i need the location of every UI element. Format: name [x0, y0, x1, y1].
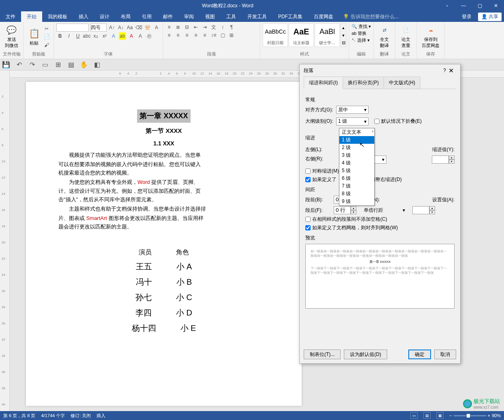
set-value-spinner[interactable]: ▴▾ [412, 206, 435, 214]
dropdown-option[interactable]: 3 级 [339, 151, 374, 159]
shading-icon[interactable]: ▢ [219, 32, 226, 39]
style-item[interactable]: AaBl硕士学… [315, 23, 340, 47]
copy-icon[interactable]: 📄 [43, 33, 50, 41]
tab-view[interactable]: 视图 [199, 11, 221, 22]
tab-layout[interactable]: 布局 [115, 11, 136, 22]
text-direction-icon[interactable]: 文 [210, 23, 217, 31]
dialog-help-button[interactable]: ? [443, 68, 446, 73]
char-border-icon[interactable]: A [153, 24, 160, 31]
dropdown-option[interactable]: 8 级 [339, 190, 374, 198]
underline-button[interactable]: U [74, 32, 81, 40]
qat-folder-icon[interactable]: ▭ [41, 61, 49, 68]
distribute-icon[interactable]: ≡ [201, 32, 208, 39]
paste-button[interactable]: 📋 粘贴 [26, 23, 42, 50]
read-mode-icon[interactable]: ▭ [410, 412, 418, 419]
align-right-icon[interactable]: ≡ [183, 32, 191, 39]
dropdown-option[interactable]: 2 级 [339, 144, 374, 151]
select-button[interactable]: ↖ 选择 ▾ [352, 37, 371, 43]
auto-adjust-checkbox[interactable] [305, 177, 311, 182]
set-default-button[interactable]: 设为默认值(D) [344, 350, 387, 359]
enclose-char-icon[interactable]: ㊕ [146, 32, 153, 40]
clear-format-icon[interactable]: ⌫ [135, 24, 142, 31]
superscript-button[interactable]: x² [101, 32, 108, 40]
zoom-out-button[interactable]: − [449, 413, 452, 418]
dropdown-option[interactable]: 4 级 [339, 159, 374, 167]
dropdown-option-selected[interactable]: 1 级 [339, 136, 374, 144]
tabs-button[interactable]: 制表位(T)... [304, 350, 341, 359]
ribbon-options-icon[interactable]: ▫ [439, 0, 455, 11]
char-shading-icon[interactable]: A [137, 32, 144, 40]
alignment-combo[interactable]: 居中▾ [336, 106, 369, 114]
tab-tools[interactable]: 工具 [221, 11, 242, 22]
tab-baidu[interactable]: 百度网盘 [308, 11, 339, 22]
styles-more-icon[interactable]: ⊟ [341, 39, 346, 47]
increase-indent-icon[interactable]: ⇥ [201, 23, 208, 31]
save-icon[interactable]: 💾 [2, 61, 10, 68]
numbering-icon[interactable]: ≣ [174, 23, 182, 31]
show-marks-icon[interactable]: ¶ [228, 23, 235, 31]
spin-down-icon[interactable]: ▾ [449, 160, 455, 164]
dialog-close-button[interactable]: ✕ [446, 67, 456, 75]
style-item[interactable]: AaBbCc封面日期 [263, 23, 288, 47]
dialog-tab-asian[interactable]: 中文版式(H) [384, 77, 420, 89]
styles-gallery[interactable]: AaBbCc封面日期 AaE论文标题 AaBl硕士学… ▴ ▾ ⊟ [263, 23, 346, 47]
qat-snap-icon[interactable]: ◧ [93, 61, 101, 68]
outline-level-dropdown[interactable]: 正文文本 1 级 2 级 3 级 4 级 5 级 6 级 7 级 8 级 9 级… [339, 128, 375, 206]
dialog-tab-indent[interactable]: 缩进和间距(I) [304, 77, 343, 89]
space-after-spinner[interactable]: ▴▾ [334, 206, 356, 214]
sort-icon[interactable]: ↕ [219, 23, 226, 31]
bold-button[interactable]: B [56, 32, 64, 40]
strikethrough-button[interactable]: abc [83, 32, 90, 40]
send-wechat-button[interactable]: 💬 发送 到微信 [2, 23, 21, 49]
word-count[interactable]: 4/1744 个字 [41, 413, 65, 419]
tab-templates[interactable]: 我的模板 [42, 11, 73, 22]
italic-button[interactable]: I [65, 32, 73, 40]
document-page[interactable]: 第一章 XXXXX 第一节 XXXX 1.1 XXX 视频提供了功能强大的方法帮… [26, 82, 302, 406]
zoom-slider[interactable] [454, 415, 486, 416]
no-space-checkbox[interactable] [305, 217, 311, 222]
style-item[interactable]: AaE论文标题 [289, 23, 314, 47]
tab-home[interactable]: 开始 [21, 11, 42, 22]
decrease-indent-icon[interactable]: ⇤ [192, 23, 199, 31]
web-layout-icon[interactable]: ▦ [436, 412, 444, 419]
tab-references[interactable]: 引用 [136, 11, 157, 22]
qat-hand-icon[interactable]: ✋ [80, 61, 88, 68]
spin-up-icon[interactable]: ▴ [449, 156, 455, 160]
tab-developer[interactable]: 开发工具 [242, 11, 272, 22]
print-layout-icon[interactable]: ▤ [423, 412, 431, 419]
multilevel-icon[interactable]: ⊟ [183, 23, 191, 31]
cancel-button[interactable]: 取消 [434, 350, 456, 359]
save-baidu-button[interactable]: ☁ 保存到 百度网盘 [419, 23, 442, 49]
tab-pdf[interactable]: PDF工具集 [272, 11, 308, 22]
text-effects-icon[interactable]: A [110, 32, 117, 40]
format-painter-icon[interactable]: 🖌 [43, 41, 50, 49]
login-button[interactable]: 登录 [458, 13, 476, 20]
phonetic-icon[interactable]: 變 [144, 24, 151, 31]
tab-review[interactable]: 审阅 [178, 11, 199, 22]
redo-icon[interactable]: ↷ [28, 61, 36, 68]
font-size-combo[interactable] [90, 23, 107, 32]
heading-1-selected[interactable]: 第一章 XXXXX [137, 109, 190, 123]
align-left-icon[interactable]: ≡ [165, 32, 173, 39]
line-spacing-icon[interactable]: ↕≡ [210, 32, 217, 39]
styles-up-icon[interactable]: ▴ [341, 24, 346, 32]
page-indicator[interactable]: 第 6 页，共 8 页 [3, 413, 35, 419]
zoom-in-button[interactable]: + [488, 413, 490, 418]
find-button[interactable]: 🔍 查找 ▾ [352, 23, 371, 30]
tab-design[interactable]: 设计 [94, 11, 115, 22]
vertical-ruler[interactable]: 24 68 1012 1416 1820 2224 2628 3032 3436… [0, 70, 10, 411]
subscript-button[interactable]: x₂ [92, 32, 99, 40]
shrink-font-icon[interactable]: A↓ [117, 24, 124, 31]
close-window-button[interactable]: ✕ [488, 0, 504, 11]
highlight-icon[interactable]: ab [119, 32, 126, 40]
tab-insert[interactable]: 插入 [73, 11, 94, 22]
undo-icon[interactable]: ↶ [15, 61, 23, 68]
maximize-button[interactable]: ▢ [472, 0, 488, 11]
indent-value-spinner[interactable]: ▴▾ [432, 156, 455, 164]
dialog-tab-pagination[interactable]: 换行和分页(P) [343, 77, 384, 89]
bullets-icon[interactable]: ≡ [165, 23, 173, 31]
thesis-check-button[interactable]: 📄 论文 查重 [398, 23, 414, 49]
snap-grid-checkbox[interactable] [305, 225, 311, 230]
dropdown-option[interactable]: 5 级 [339, 167, 374, 175]
collapse-checkbox[interactable] [374, 119, 380, 124]
